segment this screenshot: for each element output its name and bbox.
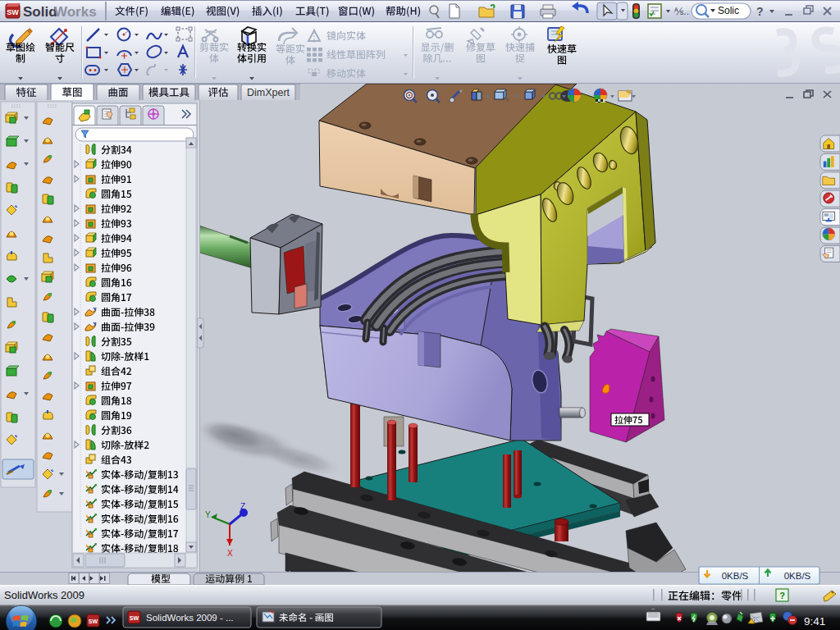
svg-text:⅍..: ⅍.. [674, 6, 689, 17]
svg-text:~: ~ [651, 606, 655, 612]
svg-text:SW: SW [89, 619, 98, 624]
svg-text:?: ? [779, 591, 785, 600]
svg-text:SolidWorks 2009: SolidWorks 2009 [4, 589, 84, 601]
svg-text:0KB/S: 0KB/S [784, 571, 811, 581]
svg-text:Works: Works [54, 4, 97, 20]
svg-text:Z: Z [240, 502, 245, 511]
svg-text:SW: SW [130, 615, 139, 621]
svg-text:?: ? [756, 5, 764, 18]
svg-text:SW: SW [7, 8, 19, 16]
svg-text:Y: Y [205, 510, 211, 519]
svg-text:Solid: Solid [23, 4, 57, 20]
svg-text:Solic: Solic [718, 5, 739, 16]
svg-text:!: ! [754, 619, 755, 623]
svg-text:DimXpert: DimXpert [247, 87, 290, 98]
svg-text:SolidWorks 2009 - ...: SolidWorks 2009 - ... [146, 613, 234, 623]
svg-text:0KB/S: 0KB/S [722, 571, 749, 581]
svg-text:9:41: 9:41 [804, 615, 825, 628]
svg-text:X: X [227, 549, 233, 558]
